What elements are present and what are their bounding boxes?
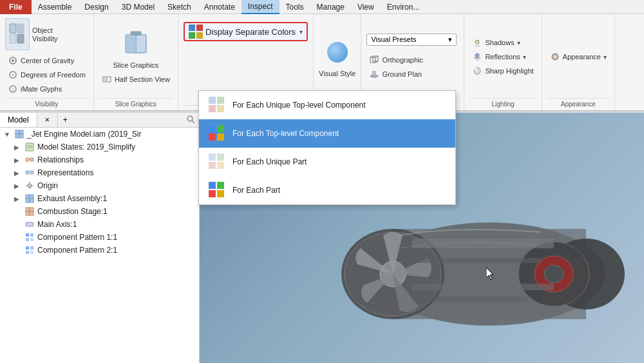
dropdown-item-toplevel[interactable]: For Each Top-level Component <box>199 119 455 148</box>
half-section-btn[interactable]: Half Section View <box>99 73 173 86</box>
dropdown-arrow: ▾ <box>299 28 303 35</box>
menu-tools[interactable]: Tools <box>279 0 310 14</box>
imate-glyphs-btn[interactable]: i iMate Glyphs <box>5 83 88 95</box>
svg-text:i: i <box>12 87 14 92</box>
combustion-icon <box>24 206 35 217</box>
menu-sketch[interactable]: Sketch <box>161 0 198 14</box>
tree-item-combustion[interactable]: Combustion Stage:1 <box>0 205 199 218</box>
vp-dropdown-arrow: ▾ <box>448 35 452 44</box>
svg-rect-26 <box>373 72 375 76</box>
tab-close[interactable]: × <box>37 113 58 127</box>
degrees-of-freedom-btn[interactable]: Degrees of Freedom <box>5 68 88 81</box>
tree-item-root[interactable]: ▼ _Jet Engine Model.iam (2019_Sir <box>0 128 199 141</box>
shadows-icon <box>472 37 482 48</box>
sidebar-search-icon[interactable] <box>182 113 199 127</box>
visibility-label: Visibility <box>5 98 88 108</box>
svg-rect-96 <box>412 284 554 290</box>
svg-point-93 <box>544 265 564 283</box>
dropdown-item-unique-part[interactable]: For Each Unique Part <box>199 148 455 176</box>
tab-add[interactable]: + <box>58 113 73 127</box>
svg-rect-55 <box>15 134 19 138</box>
tab-model[interactable]: Model <box>0 113 37 127</box>
display-colors-button[interactable]: Display Separate Colors ▾ <box>184 22 308 41</box>
reflections-btn[interactable]: Reflections ▾ <box>469 50 536 63</box>
orthographic-btn[interactable]: Orthographic <box>366 54 459 66</box>
menu-manage[interactable]: Manage <box>310 0 351 14</box>
tree-item-main-axis[interactable]: Main Axis:1 <box>0 218 199 231</box>
shadows-arrow: ▾ <box>517 39 520 46</box>
svg-rect-41 <box>217 125 224 132</box>
color-squares-icon <box>189 25 203 39</box>
display-colors-dropdown: For Each Unique Top-level Component For … <box>198 90 456 205</box>
sharp-highlight-btn[interactable]: Sharp Highlight <box>469 64 536 77</box>
svg-point-33 <box>474 68 477 70</box>
reflections-arrow: ▾ <box>523 54 526 61</box>
imate-icon: i <box>8 84 18 94</box>
tree-item-pattern1[interactable]: Component Pattern 1:1 <box>0 231 199 244</box>
svg-point-31 <box>475 59 479 61</box>
svg-rect-75 <box>30 211 33 215</box>
menu-design[interactable]: Design <box>78 0 115 14</box>
svg-rect-54 <box>19 130 23 134</box>
svg-rect-72 <box>26 208 30 211</box>
exhaust-icon <box>24 193 35 204</box>
visual-style-label: Visual Style <box>319 70 355 77</box>
svg-point-51 <box>187 116 193 121</box>
tree-item-representations[interactable]: ▶ Representations <box>0 166 199 179</box>
axis-icon <box>24 219 35 230</box>
tree-item-exhaust[interactable]: ▶ Exhaust Assembly:1 <box>0 192 199 205</box>
menu-view[interactable]: View <box>351 0 381 14</box>
svg-rect-49 <box>217 182 224 189</box>
svg-marker-19 <box>103 77 107 82</box>
svg-rect-63 <box>26 171 29 174</box>
sharp-highlight-icon <box>472 66 482 76</box>
svg-rect-1 <box>17 24 24 33</box>
model-states-icon <box>24 142 35 152</box>
svg-point-28 <box>475 45 480 47</box>
svg-rect-2 <box>10 34 16 43</box>
svg-rect-84 <box>30 251 33 254</box>
tree-item-model-states[interactable]: ▶ Model States: 2019_Simplify <box>0 141 199 153</box>
svg-rect-61 <box>30 158 33 161</box>
svg-rect-73 <box>30 208 33 211</box>
svg-rect-50 <box>217 190 224 197</box>
shadows-btn[interactable]: Shadows ▾ <box>469 36 536 49</box>
appearance-btn[interactable]: Appearance ▾ <box>547 50 609 63</box>
tree-item-relationships[interactable]: ▶ Relationships <box>0 153 199 166</box>
slice-label: Slice Graphics <box>113 61 158 69</box>
svg-rect-43 <box>209 153 216 161</box>
orthographic-icon <box>369 55 379 65</box>
relationships-icon <box>24 155 35 165</box>
center-of-gravity-btn[interactable]: Center of Gravity <box>5 54 88 67</box>
menu-annotate[interactable]: Annotate <box>198 0 242 14</box>
svg-rect-53 <box>15 130 19 134</box>
ground-plan-btn[interactable]: Ground Plan <box>366 68 459 81</box>
svg-rect-56 <box>19 134 23 138</box>
svg-rect-42 <box>217 133 224 141</box>
menu-environ[interactable]: Environ... <box>381 0 426 14</box>
svg-rect-94 <box>412 239 554 248</box>
tree-item-origin[interactable]: ▶ Origin <box>0 179 199 192</box>
lighting-group-label: Lighting <box>469 98 536 108</box>
svg-rect-78 <box>30 233 33 237</box>
expander-relationships: ▶ <box>14 157 22 164</box>
menu-assemble[interactable]: Assemble <box>32 0 79 14</box>
dropdown-item-part[interactable]: For Each Part <box>199 176 455 204</box>
dropdown-item-unique-toplevel[interactable]: For Each Unique Top-level Component <box>199 91 455 119</box>
svg-rect-48 <box>209 190 216 197</box>
tree-item-pattern2[interactable]: Component Pattern 2:1 <box>0 244 199 257</box>
svg-rect-83 <box>26 251 29 254</box>
pattern1-icon <box>24 232 35 242</box>
svg-point-5 <box>12 59 14 62</box>
object-visibility-icon <box>5 18 30 50</box>
svg-rect-76 <box>26 222 33 226</box>
visual-presets-dropdown[interactable]: Visual Presets ▾ <box>366 34 457 46</box>
toplevel-icon <box>208 124 226 142</box>
shadows-reflections-group: Shadows ▾ Reflections ▾ Sharp Highlight … <box>464 14 542 110</box>
menu-inspect[interactable]: Inspect <box>242 0 279 14</box>
unique-toplevel-icon <box>208 96 226 114</box>
menu-bar: File Assemble Design 3D Model Sketch Ann… <box>0 0 644 14</box>
menu-3dmodel[interactable]: 3D Model <box>115 0 161 14</box>
svg-rect-3 <box>17 34 24 43</box>
file-menu[interactable]: File <box>0 0 32 14</box>
